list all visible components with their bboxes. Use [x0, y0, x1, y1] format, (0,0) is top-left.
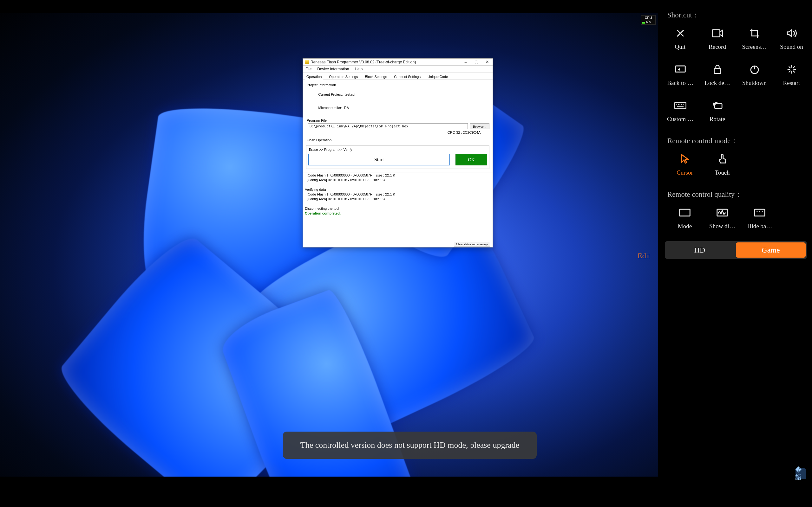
hide-bar-button[interactable]: Hide ba… [741, 203, 778, 237]
log-caret-icon [490, 221, 490, 225]
app-badge-icon[interactable]: �語 [796, 468, 806, 479]
edit-link[interactable]: Edit [638, 251, 650, 260]
svg-rect-0 [712, 30, 720, 37]
tab-operation[interactable]: Operation [305, 74, 323, 79]
close-icon [673, 26, 687, 40]
rfp-app-icon [305, 60, 309, 64]
program-file-section: Program File Browse... CRC-32 : 2C2C9C4A [303, 115, 493, 135]
current-project-value: test.rpj [345, 93, 355, 96]
microcontroller-value: RA [344, 106, 349, 110]
current-project-label: Current Project: [318, 93, 343, 96]
mode-grid: Cursor Touch [660, 149, 812, 183]
cpu-value: 4% [646, 20, 651, 24]
window-maximize-button[interactable]: ▢ [471, 59, 482, 65]
speaker-icon [785, 26, 799, 40]
project-info-section: Project Information Current Project: tes… [303, 79, 493, 115]
toast-message: The controlled version does not support … [283, 432, 537, 459]
lock-icon [711, 62, 724, 76]
window-close-button[interactable]: ✕ [482, 59, 493, 65]
menu-devinfo[interactable]: Device Information [317, 67, 349, 71]
crop-icon [748, 26, 762, 40]
touch-mode-button[interactable]: Touch [704, 149, 741, 183]
waveform-icon [715, 206, 729, 220]
program-file-header: Program File [307, 118, 490, 123]
quality-mode-button[interactable]: Mode [666, 203, 704, 237]
cursor-mode-button[interactable]: Cursor [666, 149, 704, 183]
touch-icon [715, 152, 729, 166]
custom-keys-button[interactable]: Custom … [662, 95, 699, 130]
window-minimize-button[interactable]: – [460, 59, 471, 65]
shortcut-grid: Quit Record Screens… Sound on Back to … … [660, 23, 812, 130]
dots-panel-icon [753, 206, 767, 220]
screenshot-button[interactable]: Screens… [736, 23, 773, 57]
show-display-button[interactable]: Show di… [704, 203, 741, 237]
rfp-window: Renesas Flash Programmer V3.08.02 (Free-… [303, 58, 493, 247]
rfp-titlebar[interactable]: Renesas Flash Programmer V3.08.02 (Free-… [303, 59, 493, 66]
rfp-log[interactable]: [Code Flash 1] 0x00000000 - 0x0000587F s… [303, 172, 493, 236]
rotate-button[interactable]: Rotate [699, 95, 736, 130]
display-icon [678, 206, 692, 220]
microcontroller-label: Microcontroller: [318, 106, 342, 110]
clear-status-button[interactable]: Clear status and message [454, 242, 490, 247]
quality-hd-option[interactable]: HD [665, 241, 734, 259]
flash-sequence: Erase >> Program >> Verify [309, 148, 487, 152]
log-line: [Code Flash 1] 0x00000000 - 0x0000587F s… [305, 173, 395, 177]
monitor-icon [673, 62, 687, 76]
log-done: Operation completed. [305, 211, 341, 215]
cursor-icon [678, 152, 692, 166]
loading-icon [785, 62, 799, 76]
log-line: Verifying data [305, 187, 326, 191]
tab-unique-code[interactable]: Unique Code [426, 74, 449, 79]
ok-button[interactable]: OK [455, 154, 487, 165]
svg-point-9 [757, 211, 758, 213]
sound-button[interactable]: Sound on [773, 23, 810, 57]
flash-operation-header: Flash Operation [307, 138, 490, 142]
shortcut-title: Shortcut： [667, 10, 812, 20]
menu-help[interactable]: Help [355, 67, 362, 71]
browse-button[interactable]: Browse... [470, 123, 490, 129]
shutdown-button[interactable]: Shutdown [736, 59, 773, 94]
back-to-desktop-button[interactable]: Back to … [662, 59, 699, 94]
rfp-title: Renesas Flash Programmer V3.08.02 (Free-… [310, 60, 460, 64]
quality-grid: Mode Show di… Hide ba… [660, 203, 812, 237]
start-button[interactable]: Start [308, 154, 450, 165]
log-line: [Code Flash 1] 0x00000000 - 0x0000587F s… [305, 192, 395, 196]
restart-button[interactable]: Restart [773, 59, 810, 94]
svg-rect-8 [755, 209, 765, 216]
tab-connect-settings[interactable]: Connect Settings [393, 74, 422, 79]
cpu-usage-widget[interactable]: CPU 4% [641, 15, 656, 25]
svg-rect-6 [680, 209, 690, 216]
crc-value: 2C2C9C4A [463, 130, 480, 134]
remote-control-panel: Edit Shortcut： Quit Record Screens… Soun… [660, 0, 812, 507]
remote-desktop-view[interactable]: CPU 4% Renesas Flash Programmer V3.08.02… [0, 13, 658, 476]
quality-toggle: HD Game [665, 241, 807, 259]
rfp-menubar: File Device Information Help [303, 66, 493, 72]
svg-point-11 [762, 211, 763, 213]
rfp-tabstrip: Operation Operation Settings Block Setti… [303, 72, 493, 79]
svg-rect-4 [675, 102, 686, 109]
quality-game-option[interactable]: Game [736, 242, 806, 258]
rfp-statusbar: Clear status and message [303, 241, 493, 247]
menu-file[interactable]: File [305, 67, 311, 71]
svg-rect-2 [714, 68, 721, 73]
power-icon [748, 62, 762, 76]
crc-label: CRC-32 : [448, 130, 462, 134]
quit-button[interactable]: Quit [662, 23, 699, 57]
record-icon [711, 26, 724, 40]
tab-operation-settings[interactable]: Operation Settings [328, 74, 359, 79]
program-file-path-input[interactable] [308, 123, 468, 129]
record-button[interactable]: Record [699, 23, 736, 57]
rotate-icon [711, 99, 724, 112]
tab-block-settings[interactable]: Block Settings [363, 74, 388, 79]
lock-device-button[interactable]: Lock de… [699, 59, 736, 94]
svg-point-10 [759, 211, 760, 213]
log-line: Disconnecting the tool [305, 207, 339, 210]
mode-title: Remote control mode： [667, 136, 812, 146]
project-info-header: Project Information [307, 83, 490, 87]
flash-operation-group: Erase >> Program >> Verify Start OK [306, 146, 490, 169]
quality-title: Remote control quality： [667, 189, 812, 199]
svg-rect-1 [675, 66, 685, 72]
cpu-label: CPU [645, 16, 652, 20]
log-line: [Config Area] 0x01010018 - 0x01010033 si… [305, 197, 386, 201]
keyboard-icon [673, 99, 687, 112]
